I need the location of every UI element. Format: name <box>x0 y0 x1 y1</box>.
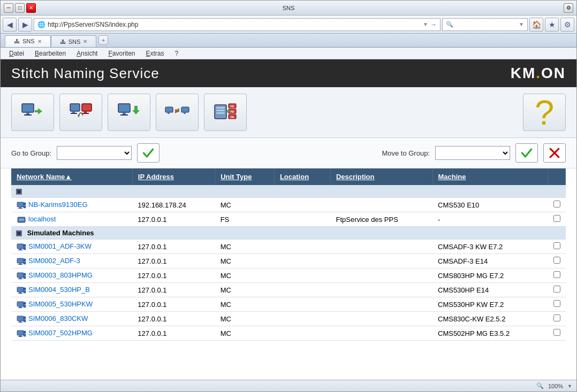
row-checkbox[interactable] <box>553 314 560 321</box>
network-name-link[interactable]: localhost <box>28 215 56 223</box>
search-dropdown-icon[interactable]: ▼ <box>519 21 524 27</box>
cell-description <box>330 268 432 283</box>
home-button[interactable]: 🏠 <box>529 18 543 32</box>
svg-rect-69 <box>19 321 21 322</box>
menu-favoriten[interactable]: Favoriten <box>103 49 140 58</box>
move-select[interactable] <box>435 146 510 160</box>
svg-rect-53 <box>17 273 24 278</box>
group-toggle-icon[interactable]: ▣ <box>16 187 22 195</box>
table-container[interactable]: Network Name▲ IP Address Unit Type Locat… <box>1 168 576 380</box>
menu-bearbeiten[interactable]: Bearbeiten <box>29 49 71 58</box>
row-checkbox[interactable] <box>553 300 560 307</box>
cell-description <box>330 240 432 254</box>
cell-description <box>330 198 432 212</box>
col-unit-type[interactable]: Unit Type <box>215 168 275 185</box>
zoom-dropdown-icon[interactable]: ▼ <box>567 383 572 389</box>
help-button[interactable]: ? <box>523 94 566 131</box>
forward-button[interactable]: ▶ <box>18 18 32 32</box>
move-confirm-button[interactable] <box>515 143 538 163</box>
url-text: http://PpsServer/SNS/index.php <box>48 21 421 28</box>
col-ip-address[interactable]: IP Address <box>132 168 215 185</box>
group-toggle-icon[interactable]: ▣ <box>16 229 22 237</box>
cell-description <box>330 312 432 326</box>
col-location[interactable]: Location <box>274 168 330 185</box>
cell-network-name: SIM0006_830CKW <box>11 312 132 326</box>
favorites-button[interactable]: ★ <box>545 18 559 32</box>
svg-rect-5 <box>72 111 75 113</box>
col-network-name[interactable]: Network Name▲ <box>11 168 132 185</box>
menu-help[interactable]: ? <box>170 49 184 58</box>
svg-marker-10 <box>78 115 80 118</box>
network-name-link[interactable]: SIM0003_803HPMG <box>28 271 93 279</box>
tab-sns-2[interactable]: 🖧 SNS ✕ <box>51 35 97 47</box>
cell-network-name: SIM0005_530HPKW <box>11 297 132 312</box>
cell-checkbox[interactable] <box>548 326 566 341</box>
cell-checkbox[interactable] <box>548 240 566 254</box>
new-tab-button[interactable]: + <box>98 35 108 45</box>
col-machine[interactable]: Machine <box>432 168 548 185</box>
tool-download-button[interactable] <box>108 94 150 131</box>
network-name-link[interactable]: SIM0004_530HP_B <box>28 286 90 294</box>
tool-browse-button[interactable] <box>11 94 54 131</box>
back-button[interactable]: ◀ <box>3 18 17 32</box>
tool-batch-button[interactable]: PD PD PD <box>204 94 247 131</box>
network-name-link[interactable]: SIM0007_502HPMG <box>28 329 93 337</box>
restore-button[interactable]: □ <box>15 3 25 13</box>
row-checkbox[interactable] <box>553 201 560 207</box>
group-name[interactable]: ▣ Simulated Machines <box>11 227 566 240</box>
cell-description: FtpService des PPS <box>330 212 432 227</box>
network-name-link[interactable]: SIM0001_ADF-3KW <box>28 242 92 250</box>
svg-rect-39 <box>24 205 26 208</box>
tool-import-button[interactable] <box>59 94 102 131</box>
move-cancel-button[interactable] <box>543 143 566 163</box>
cell-checkbox[interactable] <box>548 212 566 227</box>
tool-transfer-button[interactable] <box>156 94 199 131</box>
col-ip-link[interactable]: IP Address <box>138 173 174 181</box>
network-name-link[interactable]: SIM0002_ADF-3 <box>28 257 80 265</box>
row-checkbox[interactable] <box>553 271 560 278</box>
group-toggle-cell[interactable]: ▣ <box>11 185 566 198</box>
tools-button[interactable]: ⚙ <box>560 18 574 32</box>
col-machine-link[interactable]: Machine <box>438 173 466 181</box>
menu-extras[interactable]: Extras <box>141 49 170 58</box>
cell-checkbox[interactable] <box>548 254 566 268</box>
address-dropdown-icon[interactable]: ▼ <box>423 21 428 27</box>
row-checkbox[interactable] <box>553 286 560 293</box>
network-name-link[interactable]: SIM0006_830CKW <box>28 314 88 322</box>
network-name-link[interactable]: NB-Karims9130EG <box>28 201 88 209</box>
address-bar[interactable]: 🌐 http://PpsServer/SNS/index.php ▼ → <box>34 18 441 31</box>
close-button[interactable]: ✕ <box>26 3 36 13</box>
cell-checkbox[interactable] <box>548 312 566 326</box>
settings-icon[interactable]: ⚙ <box>564 3 573 13</box>
cell-type: MC <box>215 198 275 212</box>
search-bar[interactable]: 🔍 ▼ <box>442 18 528 31</box>
svg-point-76 <box>24 330 26 333</box>
cell-checkbox[interactable] <box>548 297 566 312</box>
row-checkbox[interactable] <box>553 215 560 222</box>
menu-ansicht[interactable]: Ansicht <box>71 49 103 58</box>
tab-close-1[interactable]: ✕ <box>37 39 42 44</box>
network-name-link[interactable]: SIM0005_530HPKW <box>28 300 93 308</box>
cell-checkbox[interactable] <box>548 198 566 212</box>
tab-close-2[interactable]: ✕ <box>83 39 87 44</box>
row-checkbox[interactable] <box>553 242 560 249</box>
svg-text:PD: PD <box>231 116 234 119</box>
col-unit-link[interactable]: Unit Type <box>221 173 252 181</box>
col-network-name-link[interactable]: Network Name▲ <box>17 173 72 181</box>
svg-rect-36 <box>19 207 21 208</box>
goto-confirm-button[interactable] <box>137 143 160 163</box>
row-monitor-icon <box>17 287 26 294</box>
svg-rect-74 <box>19 335 21 336</box>
cell-checkbox[interactable] <box>548 283 566 297</box>
col-description[interactable]: Description <box>330 168 432 185</box>
col-description-link[interactable]: Description <box>336 173 375 181</box>
row-checkbox[interactable] <box>553 257 560 264</box>
cell-checkbox[interactable] <box>548 268 566 283</box>
minimize-button[interactable]: ─ <box>4 3 13 13</box>
row-checkbox[interactable] <box>553 329 560 336</box>
tab-sns-1[interactable]: 🖧 SNS ✕ <box>5 35 51 47</box>
col-location-link[interactable]: Location <box>280 173 309 181</box>
address-go-icon[interactable]: → <box>430 21 437 28</box>
menu-datei[interactable]: Datei <box>4 49 29 58</box>
goto-select[interactable] <box>57 146 132 160</box>
